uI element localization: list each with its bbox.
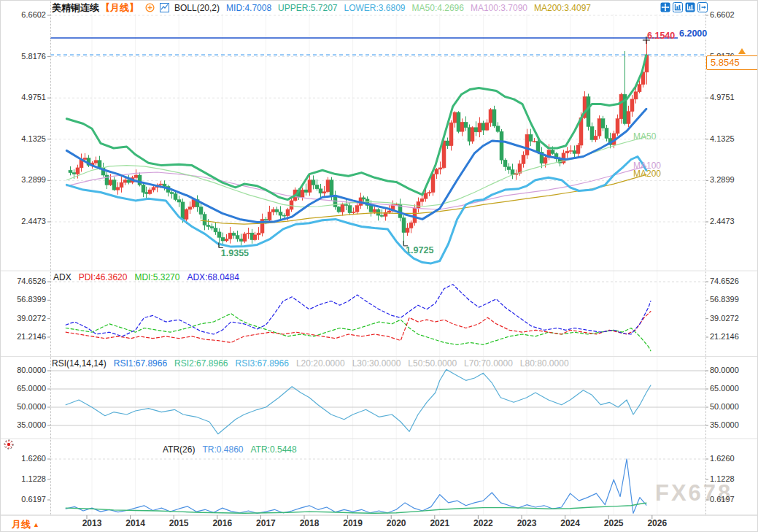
right-axis-separator xyxy=(705,1,706,515)
price-up-arrow-icon xyxy=(738,48,746,54)
year-label: 2015 xyxy=(163,518,195,528)
atr-axis-label-right: 1.1228 xyxy=(710,474,735,483)
rsi1-value: RSI1:67.8966 xyxy=(114,358,167,369)
main-axis-label-left: 6.6602 xyxy=(2,10,46,19)
atr-axis-label-right: 0.6197 xyxy=(710,495,735,504)
rsi-axis-label-right: 35.0000 xyxy=(710,420,739,429)
adx-axis-label-left: 56.8399 xyxy=(2,295,46,304)
main-axis-label-left: 4.9751 xyxy=(2,93,46,101)
boll-upper-value: UPPER:5.7207 xyxy=(278,3,337,13)
year-label: 2020 xyxy=(380,518,412,528)
rsi-axis-label-right: 50.0000 xyxy=(710,402,739,411)
main-axis-label-right: 2.4473 xyxy=(710,217,735,225)
rsi-l30: L30:30.0000 xyxy=(352,358,401,369)
atr-axis-label-left: 0.6197 xyxy=(2,495,46,504)
instrument-title: 美精铜连续 xyxy=(52,1,99,15)
year-label: 2021 xyxy=(424,518,456,528)
chart-style-icon[interactable] xyxy=(160,3,169,12)
main-axis-label-left: 2.4473 xyxy=(2,217,46,225)
adx-axis-label-left: 74.6526 xyxy=(2,277,46,285)
year-label: 2023 xyxy=(511,518,543,528)
year-label: 2013 xyxy=(76,518,108,528)
period-up-triangle-icon: ▲ xyxy=(33,521,39,528)
atr-axis-label-left: 1.1228 xyxy=(2,474,46,483)
period-selector-label: 月线 xyxy=(12,518,31,531)
adx-pdi-value: PDI:46.3620 xyxy=(79,272,128,282)
adx-name: ADX xyxy=(53,272,71,282)
adx-axis-label-left: 21.2146 xyxy=(2,332,46,341)
adx-axis-label-right: 56.8399 xyxy=(710,295,739,304)
rsi-axis-label-left: 35.0000 xyxy=(2,420,46,429)
axis-scale-icon[interactable] xyxy=(673,2,683,12)
chart-toolbar xyxy=(660,2,708,12)
chart-header: 美精铜连续 【月线】 BOLL(20,2) MID:4.7008 UPPER:5… xyxy=(52,1,597,14)
current-price-box: 5.8545 xyxy=(706,55,758,70)
adx-adx-value: ADX:68.0484 xyxy=(187,272,239,282)
marked-high-label: 6.1540 xyxy=(647,31,675,41)
ma50-value: MA50:4.2696 xyxy=(412,3,464,13)
year-label: 2018 xyxy=(293,518,325,528)
adx-axis-label-right: 39.0272 xyxy=(710,314,739,323)
svg-text:1.9725: 1.9725 xyxy=(406,245,433,255)
atr-tr-value: TR:0.4860 xyxy=(202,444,243,455)
rsi-name: RSI(14,14,14) xyxy=(52,358,107,369)
main-axis-label-left: 3.2899 xyxy=(2,175,46,184)
year-label: 2022 xyxy=(467,518,499,528)
adx-axis-label-right: 74.6526 xyxy=(710,277,739,285)
main-axis-label-right: 3.2899 xyxy=(710,175,735,184)
main-axis-label-right: 4.9751 xyxy=(710,93,735,101)
rsi-l80: L80:80.0000 xyxy=(520,358,569,369)
rsi-l20: L20:20.0000 xyxy=(296,358,345,369)
collapse-right-icon[interactable] xyxy=(697,2,708,12)
adx-axis-label-left: 39.0272 xyxy=(2,314,46,323)
rsi-axis-label-right: 65.0000 xyxy=(710,384,739,393)
ma-chart-label: MA50 xyxy=(633,131,656,142)
add-indicator-icon[interactable] xyxy=(145,3,155,12)
adx-axis-label-right: 21.2146 xyxy=(710,332,739,341)
pan-icon[interactable] xyxy=(660,2,670,12)
rsi-l70: L70:70.0000 xyxy=(464,358,513,369)
svg-text:1.9355: 1.9355 xyxy=(221,248,249,258)
rsi-l50: L50:50.0000 xyxy=(408,358,457,369)
boll-lower-value: LOWER:3.6809 xyxy=(344,3,405,13)
rsi2-value: RSI2:67.8966 xyxy=(174,358,228,369)
rsi-panel-header: RSI(14,14,14) RSI1:67.8966 RSI2:67.8966 … xyxy=(52,358,576,369)
year-label: 2019 xyxy=(337,518,369,528)
period-selector[interactable]: 月线 ▲ xyxy=(1,516,50,532)
ma100-value: MA100:3.7090 xyxy=(471,3,527,13)
live-indicator-icon[interactable] xyxy=(3,439,15,450)
year-label: 2026 xyxy=(641,518,673,528)
atr-name: ATR(26) xyxy=(163,444,195,455)
left-axis-separator xyxy=(50,1,51,515)
atr-axis-label-right: 1.6260 xyxy=(710,454,735,463)
rsi3-value: RSI3:67.8966 xyxy=(236,358,289,369)
main-axis-label-right: 6.6602 xyxy=(710,10,735,19)
atr-panel-header: ATR(26) TR:0.4860 ATR:0.5448 xyxy=(163,444,304,455)
main-axis-label-left: 4.1325 xyxy=(2,134,46,143)
adx-panel-header: ADX PDI:46.3620 MDI:5.3270 ADX:68.0484 xyxy=(53,272,247,282)
atr-axis-label-left: 1.6260 xyxy=(2,454,46,463)
year-label: 2024 xyxy=(554,518,587,528)
main-axis-label-right: 4.1325 xyxy=(710,134,735,143)
atr-atr-value: ATR:0.5448 xyxy=(251,444,297,455)
chart-canvas[interactable]: 1.93551.9725 xyxy=(1,1,758,532)
level-line-label: 6.2000 xyxy=(678,28,708,39)
ma-chart-label: MA200 xyxy=(633,169,661,179)
year-label: 2017 xyxy=(250,518,282,528)
main-axis-label-left: 5.8176 xyxy=(2,52,46,61)
rsi-axis-label-right: 80.0000 xyxy=(710,366,739,374)
rsi-axis-label-left: 80.0000 xyxy=(2,366,46,374)
rsi-axis-label-left: 65.0000 xyxy=(2,384,46,393)
year-label: 2014 xyxy=(120,518,152,528)
ma200-value: MA200:3.4097 xyxy=(534,3,591,13)
chart-application: 1.93551.9725 美精铜连续 【月线】 BOLL(20,2) MID:4… xyxy=(0,0,758,532)
period-tag: 【月线】 xyxy=(101,1,139,15)
year-label: 2025 xyxy=(597,518,630,528)
year-label: 2016 xyxy=(206,518,239,528)
boll-mid-value: MID:4.7008 xyxy=(226,3,271,13)
adx-mdi-value: MDI:5.3270 xyxy=(134,272,179,282)
boll-label: BOLL(20,2) xyxy=(174,3,220,13)
axis-scale-active-icon[interactable] xyxy=(685,2,695,12)
rsi-axis-label-left: 50.0000 xyxy=(2,402,46,411)
